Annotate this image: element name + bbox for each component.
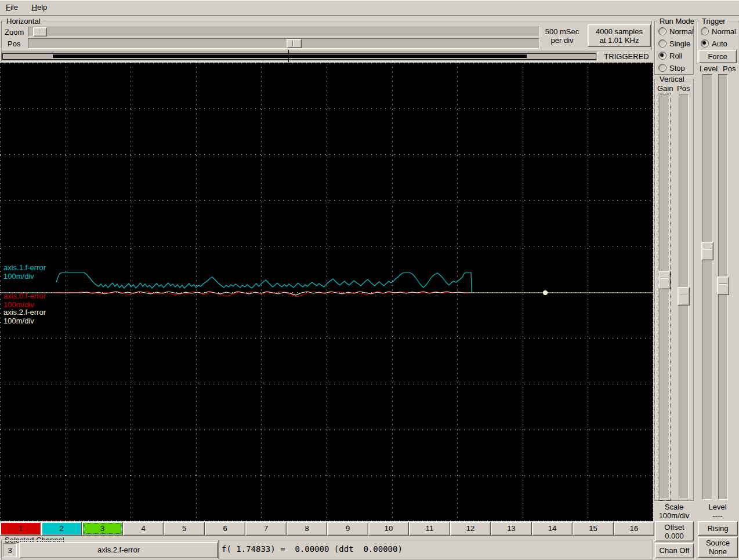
channel-button-11[interactable]: 11: [409, 522, 450, 536]
halscope-window: { "menu": { "items": [ {"label": "File"}…: [0, 0, 739, 560]
trigger-source-button[interactable]: Source None: [698, 537, 738, 558]
run-mode-option-roll[interactable]: Roll: [658, 50, 682, 61]
trace-name: axis.0.f-error: [3, 292, 46, 300]
zoom-slider[interactable]: [28, 27, 539, 37]
gain-slider-handle[interactable]: [658, 271, 671, 289]
channel-button-3[interactable]: 3: [82, 522, 123, 536]
horizontal-pos-slider-handle[interactable]: [287, 39, 302, 48]
zoom-label: Zoom: [5, 28, 24, 37]
trace-label-axis.0.f-error: axis.0.f-error100m/div: [3, 292, 46, 309]
trace-scale: 100m/div: [3, 317, 46, 325]
gain-label: Gain: [657, 84, 673, 93]
trace-axis.1.f-error: [56, 272, 472, 293]
run-mode-option-label: Stop: [669, 64, 685, 72]
radio-icon: [658, 52, 666, 60]
trigger-position-tick: [288, 50, 289, 62]
trace-label-axis.1.f-error: axis.1.f-error100m/div: [3, 263, 46, 281]
trigger-group-label: Trigger: [700, 17, 727, 26]
radio-icon: [701, 27, 709, 35]
channel-button-4[interactable]: 4: [123, 522, 164, 536]
scale-readout: Scale 100m/div: [654, 503, 694, 520]
channel-button-2[interactable]: 2: [41, 522, 82, 536]
menu-help[interactable]: Help: [26, 0, 53, 15]
trace-name: axis.1.f-error: [3, 263, 46, 272]
offset-button[interactable]: Offset 0.000: [655, 521, 694, 541]
run-mode-option-single[interactable]: Single: [658, 38, 690, 49]
channel-button-14[interactable]: 14: [532, 522, 573, 536]
channel-button-6[interactable]: 6: [205, 522, 245, 536]
trigger-pos-label: Pos: [723, 64, 736, 73]
channel-button-7[interactable]: 7: [245, 522, 287, 536]
channel-button-16[interactable]: 16: [614, 522, 654, 536]
trace-name: axis.2.f-error: [3, 308, 46, 317]
run-mode-option-label: Normal: [669, 27, 694, 36]
run-mode-option-normal[interactable]: Normal: [658, 26, 694, 37]
trigger-pos-slider-handle[interactable]: [717, 277, 729, 295]
force-button[interactable]: Force: [698, 50, 737, 63]
menu-bar: File Help: [0, 0, 739, 16]
trigger-option-label: Normal: [712, 27, 736, 36]
pos-label: Pos: [8, 39, 20, 48]
channel-button-12[interactable]: 12: [450, 522, 491, 536]
menu-file[interactable]: File: [0, 0, 24, 15]
scope-display[interactable]: axis.1.f-error100m/divaxis.0.f-error100m…: [0, 63, 653, 521]
vertical-pos-label: Pos: [677, 84, 690, 93]
channel-button-9[interactable]: 9: [327, 522, 368, 536]
trigger-level-slider-handle[interactable]: [701, 242, 713, 260]
trace-scale: 100m/div: [3, 272, 46, 281]
probe-marker: [543, 290, 548, 295]
record-fill-bar: [53, 54, 527, 58]
channel-button-5[interactable]: 5: [164, 522, 205, 536]
trigger-option-auto[interactable]: Auto: [701, 38, 727, 49]
channel-button-15[interactable]: 15: [573, 522, 614, 536]
trigger-option-label: Auto: [712, 39, 727, 48]
trigger-level-readout: Level ----: [697, 503, 738, 520]
zoom-slider-handle[interactable]: [33, 27, 47, 37]
radio-icon: [701, 39, 709, 48]
trigger-level-label: Level: [700, 64, 718, 73]
trigger-level-slider[interactable]: [702, 74, 712, 500]
trigger-option-normal[interactable]: Normal: [701, 26, 736, 37]
run-mode-option-label: Roll: [669, 52, 682, 60]
vertical-pos-slider-handle[interactable]: [678, 287, 690, 306]
value-readout: f( 1.74833) = 0.00000 (ddt 0.00000): [222, 544, 403, 554]
channel-button-10[interactable]: 10: [368, 522, 409, 536]
radio-icon: [658, 64, 666, 72]
channel-button-8[interactable]: 8: [287, 522, 327, 536]
selected-channel-number: 3: [3, 543, 17, 557]
radio-icon: [658, 27, 666, 35]
value-readout-box: f( 1.74833) = 0.00000 (ddt 0.00000): [219, 540, 653, 559]
horizontal-pos-slider[interactable]: [28, 38, 539, 49]
trace-label-axis.2.f-error: axis.2.f-error100m/div: [3, 308, 46, 325]
rising-button[interactable]: Rising: [698, 521, 738, 536]
gain-slider[interactable]: [660, 94, 669, 499]
samples-button[interactable]: 4000 samples at 1.01 KHz: [588, 24, 651, 47]
channel-button-13[interactable]: 13: [491, 522, 532, 536]
triggered-status: TRIGGERED: [601, 52, 652, 61]
vertical-group-label: Vertical: [658, 75, 686, 83]
channel-button-1[interactable]: 1: [0, 522, 41, 536]
run-mode-group: Run Mode NormalSingleRollStop: [654, 21, 694, 75]
channel-source-button[interactable]: axis.2.f-error: [19, 542, 218, 558]
run-mode-option-stop[interactable]: Stop: [658, 63, 685, 73]
run-mode-option-label: Single: [669, 39, 690, 48]
run-mode-group-label: Run Mode: [658, 17, 696, 26]
radio-icon: [658, 39, 666, 48]
timebase-readout: 500 mSec per div: [538, 27, 586, 45]
chan-off-button[interactable]: Chan Off: [655, 543, 694, 558]
horizontal-group-label: Horizontal: [5, 17, 42, 26]
